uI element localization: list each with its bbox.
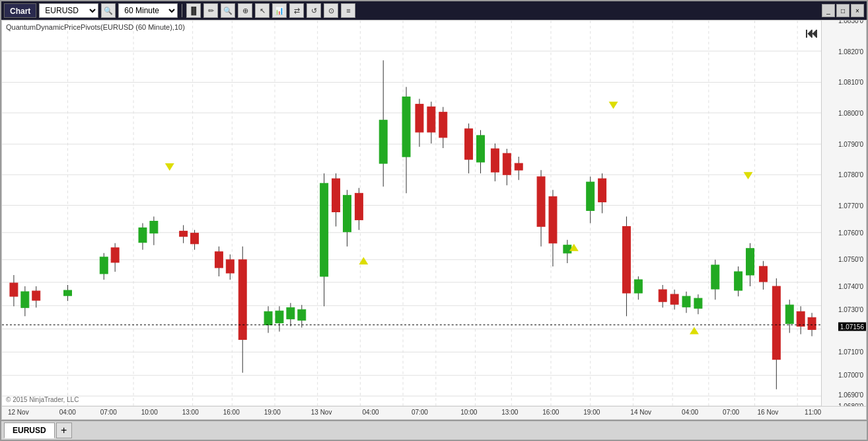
target-icon[interactable]: ⊙ <box>324 3 338 18</box>
price-label-7: 1.0760'0 <box>838 229 863 236</box>
time-label-16: 07:00 <box>723 409 739 416</box>
svg-rect-79 <box>402 97 410 157</box>
tab-bar: EURUSD + <box>1 420 867 440</box>
add-tab-button[interactable]: + <box>56 422 72 438</box>
time-label-5: 16:00 <box>223 409 240 416</box>
svg-rect-121 <box>735 272 742 290</box>
chart-subtitle: QuantumDynamicPricePivots(EURUSD (60 Min… <box>6 23 185 31</box>
price-label-10: 1.0730'0 <box>838 306 863 313</box>
bar-chart-icon[interactable]: ▐▌ <box>186 3 201 18</box>
draw-icon[interactable]: ✏ <box>203 3 218 18</box>
window-controls: _ □ × <box>822 4 864 17</box>
svg-rect-75 <box>355 193 363 220</box>
minimize-button[interactable]: _ <box>822 4 835 17</box>
svg-rect-119 <box>711 265 719 289</box>
svg-rect-49 <box>150 221 158 233</box>
svg-rect-85 <box>439 112 447 138</box>
svg-rect-131 <box>797 311 805 326</box>
main-window: Chart EURUSD 🔍 60 Minute ▐▌ ✏ 🔍 ⊕ ↖ 📊 ⇄ … <box>0 0 868 441</box>
svg-rect-51 <box>180 231 188 237</box>
tab-eurusd[interactable]: EURUSD <box>4 422 55 438</box>
svg-rect-97 <box>537 177 545 226</box>
search-icon[interactable]: 🔍 <box>101 3 116 18</box>
symbol-select[interactable]: EURUSD <box>39 3 98 18</box>
svg-rect-57 <box>226 260 234 273</box>
chart-svg <box>2 20 821 406</box>
current-price-label: 1.07156 <box>838 323 866 331</box>
time-label-15: 04:00 <box>682 409 698 416</box>
svg-rect-89 <box>477 136 485 162</box>
svg-rect-69 <box>320 183 328 276</box>
chart-main: © 2015 NinjaTrader, LLC 1.0830'0 1.0820'… <box>2 20 866 406</box>
svg-rect-59 <box>238 260 246 340</box>
chart-type-icon[interactable]: 📊 <box>272 3 287 18</box>
time-label-4: 13:00 <box>182 409 199 416</box>
svg-rect-55 <box>215 252 223 268</box>
svg-rect-103 <box>587 182 595 210</box>
time-label-17: 16 Nov <box>758 409 779 416</box>
svg-rect-71 <box>332 179 340 212</box>
svg-rect-93 <box>503 153 511 175</box>
time-label-10: 10:00 <box>460 409 477 416</box>
svg-rect-73 <box>344 195 351 231</box>
svg-rect-129 <box>785 305 793 323</box>
title-bar: Chart EURUSD 🔍 60 Minute ▐▌ ✏ 🔍 ⊕ ↖ 📊 ⇄ … <box>1 1 867 20</box>
svg-rect-37 <box>21 292 29 307</box>
price-label-2: 1.0810'0 <box>838 79 863 86</box>
chart-container: QuantumDynamicPricePivots(EURUSD (60 Min… <box>1 20 867 420</box>
time-label-12: 16:00 <box>542 409 559 416</box>
svg-rect-113 <box>670 294 678 304</box>
svg-rect-111 <box>659 290 667 301</box>
time-label-9: 07:00 <box>412 409 428 416</box>
tab-label: EURUSD <box>13 426 46 435</box>
price-label-12: 1.0710'0 <box>838 348 863 356</box>
price-label-0: 1.0830'0 <box>838 20 863 24</box>
svg-rect-63 <box>275 311 283 323</box>
svg-marker-135 <box>165 163 174 171</box>
timeframe-select[interactable]: 60 Minute <box>118 3 178 18</box>
svg-rect-95 <box>515 163 523 170</box>
svg-rect-123 <box>746 249 754 275</box>
svg-rect-47 <box>139 228 147 243</box>
price-label-3: 1.0800'0 <box>838 109 863 116</box>
zoom-in-icon[interactable]: ⊕ <box>238 3 252 18</box>
price-label-4: 1.0790'0 <box>838 140 863 147</box>
price-label-13: 1.0700'0 <box>838 372 863 379</box>
svg-rect-105 <box>598 179 606 202</box>
menu-icon[interactable]: ≡ <box>341 3 355 18</box>
svg-rect-107 <box>622 227 630 294</box>
svg-rect-125 <box>759 266 767 282</box>
svg-rect-87 <box>465 129 473 159</box>
close-button[interactable]: × <box>851 4 864 17</box>
compare-icon[interactable]: ⇄ <box>289 3 304 18</box>
price-label-6: 1.0770'0 <box>838 202 863 209</box>
time-label-7: 13 Nov <box>311 409 332 416</box>
chart-canvas[interactable]: © 2015 NinjaTrader, LLC <box>2 20 821 406</box>
svg-rect-81 <box>416 104 423 132</box>
time-label-6: 19:00 <box>264 409 281 416</box>
svg-marker-140 <box>690 327 699 334</box>
price-axis: 1.0830'0 1.0820'0 1.0810'0 1.0800'0 1.07… <box>821 20 866 406</box>
price-label-14: 1.0690'0 <box>838 391 863 398</box>
toolbar-separator <box>182 4 182 17</box>
collapse-icon[interactable]: ⏮ <box>805 26 818 41</box>
price-label-1: 1.0820'0 <box>838 48 863 55</box>
cursor-icon[interactable]: ↖ <box>255 3 270 18</box>
svg-rect-127 <box>772 286 780 360</box>
restore-button[interactable]: □ <box>836 4 850 17</box>
svg-rect-65 <box>287 307 295 319</box>
zoom-out-icon[interactable]: 🔍 <box>221 3 235 18</box>
copyright-label: © 2015 NinjaTrader, LLC <box>6 396 79 403</box>
chart-title-label: Chart <box>4 3 36 18</box>
svg-rect-41 <box>64 290 72 296</box>
time-label-13: 19:00 <box>583 409 600 416</box>
svg-rect-91 <box>491 149 499 172</box>
refresh-icon[interactable]: ↺ <box>307 3 321 18</box>
svg-rect-61 <box>264 311 272 325</box>
svg-rect-53 <box>191 233 199 244</box>
time-label-1: 04:00 <box>59 409 76 416</box>
price-label-9: 1.0740'0 <box>838 283 863 290</box>
time-label-11: 13:00 <box>501 409 518 416</box>
svg-rect-77 <box>379 120 387 163</box>
svg-rect-83 <box>427 107 435 132</box>
